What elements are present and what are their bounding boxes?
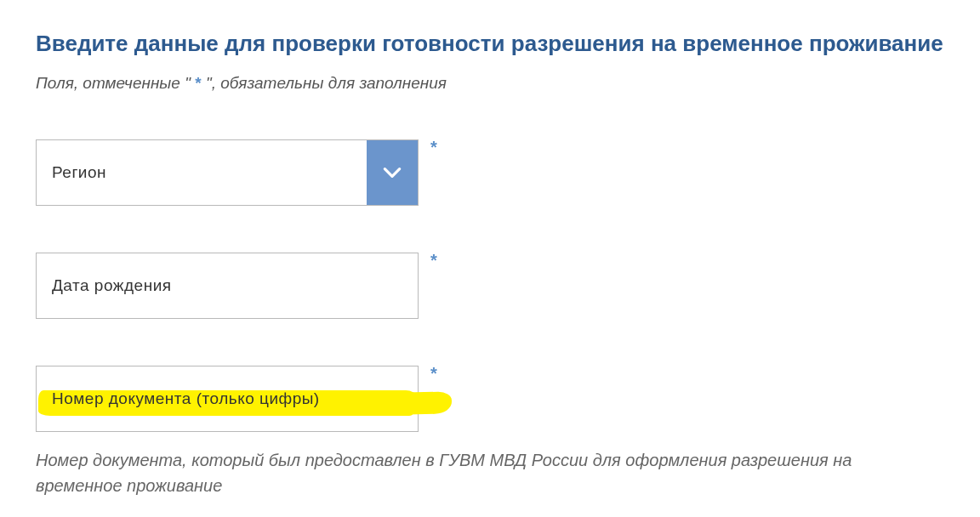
required-mark: * <box>430 364 437 383</box>
birthdate-field-row: Дата рождения * <box>36 253 944 319</box>
required-mark: * <box>430 138 437 157</box>
birthdate-input[interactable]: Дата рождения <box>36 253 419 319</box>
region-field-row: Регион * <box>36 139 944 206</box>
hint-asterisk: * <box>195 74 201 92</box>
docnumber-help: Номер документа, который был предоставле… <box>36 447 937 498</box>
required-hint: Поля, отмеченные " * ", обязательны для … <box>36 74 944 93</box>
region-label: Регион <box>37 163 115 182</box>
docnumber-field-row: Номер документа (только цифры) * <box>36 366 944 432</box>
region-dropdown-button[interactable] <box>367 140 418 205</box>
region-select[interactable]: Регион <box>36 139 419 206</box>
hint-suffix: ", обязательны для заполнения <box>206 74 447 92</box>
required-mark: * <box>430 251 437 270</box>
hint-prefix: Поля, отмеченные " <box>36 74 191 92</box>
docnumber-label: Номер документа (только цифры) <box>37 389 328 408</box>
docnumber-input[interactable]: Номер документа (только цифры) <box>36 366 419 432</box>
birthdate-label: Дата рождения <box>37 276 180 295</box>
page-title: Введите данные для проверки готовности р… <box>36 30 944 59</box>
chevron-down-icon <box>381 162 403 184</box>
